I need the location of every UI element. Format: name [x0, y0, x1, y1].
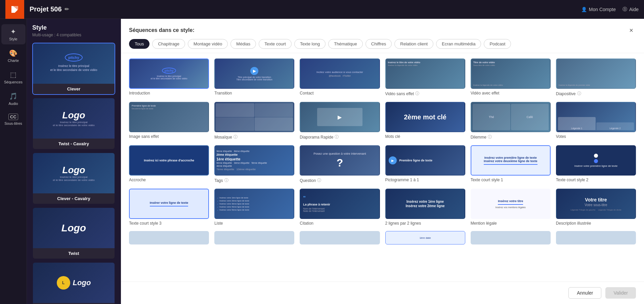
cancel-button[interactable]: Annuler [568, 287, 601, 299]
info-icon-dilemme: ⓘ [488, 134, 492, 140]
sequence-contact[interactable]: Incitez votre audience à vous contacter … [300, 59, 380, 97]
logo-icon [10, 4, 20, 14]
sequence-dilemme[interactable]: Thé Café Dilemme ⓘ [471, 102, 551, 140]
info-icon-diaporama: ⓘ [335, 134, 339, 140]
sequence-introduction-label: Introduction [129, 91, 209, 96]
sequences-footer: Annuler Valider [121, 281, 644, 304]
sequence-description-illustree[interactable]: Votre titre Votre sous-titre Légende Tri… [556, 189, 636, 226]
sidebar-item-sequences[interactable]: ⬚ Séquences [1, 67, 26, 87]
sequence-extra-3[interactable] [300, 231, 380, 244]
sequence-tags[interactable]: 9ème étiquette 8ème étiquette 2ème étiqu… [214, 145, 294, 183]
filter-tab-montage[interactable]: Montage vidéo [188, 39, 228, 49]
style-card-logo-twist-cavalry[interactable]: L Logo Logo Twist Cavalry [32, 262, 115, 304]
sequence-video-avec-effet[interactable]: Titre de votre vidéo Sous-titre de votre… [471, 59, 551, 97]
sequence-votes-label: Votes [556, 134, 636, 139]
filter-tab-tous[interactable]: Tous [129, 39, 149, 49]
sequence-mosaique-label: Mosaïque ⓘ [214, 134, 294, 140]
sequence-texte-court-3[interactable]: Insérer votre ligne de texte Texte court… [129, 189, 209, 226]
style-panel: Style Multi-usage : 4 compatibles pitchy… [27, 19, 121, 304]
sequence-mention-legale-label: Mention légale [471, 221, 551, 226]
sequences-panel: Séquences dans ce style: × Tous Chapitra… [121, 19, 644, 304]
validate-button[interactable]: Valider [605, 287, 636, 299]
filter-tab-podcast[interactable]: Podcast [484, 39, 511, 49]
sequence-citation[interactable]: " La phrase à retenir Nom de l'intervena… [300, 189, 380, 226]
sequence-votes[interactable]: Légende 1 Légende 2 Votes [556, 102, 636, 140]
sequence-mosaique[interactable]: Mosaïque ⓘ [214, 102, 294, 140]
sous-titres-icon: CC [8, 114, 18, 120]
sequence-transition[interactable]: ▶ Titre principal de votre transitionTit… [214, 59, 294, 97]
filter-tab-medias[interactable]: Médias [230, 39, 256, 49]
sequence-video-avec-effet-label: Vidéo avec effet [471, 91, 551, 96]
filter-tabs: Tous Chapitrage Montage vidéo Médias Tex… [121, 35, 644, 53]
sequence-accroche[interactable]: Insérez ici votre phrase d'accroche Accr… [129, 145, 209, 183]
sequence-image-sans-effet-label: Image sans effet [129, 134, 209, 139]
app-logo[interactable] [5, 0, 24, 19]
sequence-2-lignes-label: 2 lignes par 2 lignes [385, 221, 465, 226]
sequence-image-sans-effet[interactable]: Première ligne de texte Deuxième ligne d… [129, 102, 209, 140]
sequences-icon: ⬚ [10, 71, 16, 79]
sequence-diaporama-rapide-label: Diaporama Rapide ⓘ [300, 134, 380, 140]
charte-icon: 🎨 [9, 49, 17, 57]
sequence-texte-court-1-label: Texte court style 1 [471, 178, 551, 182]
sequence-description-illustree-label: Description illustrée [556, 221, 636, 226]
sequence-question[interactable]: Posez une question à votre intervenant ?… [300, 145, 380, 183]
sequence-question-label: Question ⓘ [300, 178, 380, 183]
sequence-diapositive[interactable]: Insérez la légende du premier slide Diap… [556, 59, 636, 97]
sequences-panel-title: Séquences dans ce style: [129, 27, 195, 33]
audio-icon: 🎵 [9, 92, 17, 100]
sidebar-item-audio[interactable]: 🎵 Audio [1, 89, 26, 109]
sequence-extra-4[interactable]: 1ère date [385, 231, 465, 244]
edit-title-icon[interactable]: ✏ [65, 6, 69, 12]
sequence-liste[interactable]: ✓ Insérez votre 1ère ligne de texte ✓ In… [214, 189, 294, 226]
info-icon-diapositive: ⓘ [577, 91, 581, 97]
sidebar-item-style[interactable]: ✦ Style [1, 24, 26, 44]
filter-tab-ecran[interactable]: Ecran multimédia [436, 39, 481, 49]
sidebar-item-sous-titres[interactable]: CC Sous-titres [1, 110, 26, 129]
sequence-pictogramme-label: Pictogramme 1 à 1 [385, 178, 465, 182]
filter-tab-relation[interactable]: Relation client [394, 39, 433, 49]
sequence-video-sans-effet[interactable]: Insérez le titre de votre vidéo Insérez … [385, 59, 465, 97]
style-card-twist-cavalry-thumb: Logo Insérez le titre principalet le tit… [33, 98, 115, 139]
sequence-diaporama-rapide[interactable]: ▶ Diaporama Rapide ⓘ [300, 102, 380, 140]
style-card-twist-cavalry-label: Twist - Cavalry [33, 139, 115, 149]
sequence-extra-5[interactable] [471, 231, 551, 244]
info-icon-video-sans-effet: ⓘ [415, 91, 419, 97]
sequence-extra-6[interactable] [556, 231, 636, 244]
style-card-clever-label: Clever [33, 84, 115, 94]
close-button[interactable]: × [627, 26, 636, 35]
style-card-clever-cavalry-label: Clever - Cavalry [33, 193, 115, 204]
style-card-twist-cavalry[interactable]: Logo Insérez le titre principalet le tit… [32, 98, 115, 150]
info-icon-tags: ⓘ [224, 178, 228, 183]
sidebar-item-charte[interactable]: 🎨 Charte [1, 46, 26, 66]
filter-tab-chiffres[interactable]: Chiffres [366, 39, 392, 49]
style-card-twist-thumb: Logo [33, 208, 115, 248]
help-icon: ⓪ [622, 6, 627, 12]
sequence-texte-court-1[interactable]: Insérez votre première ligne de texteIns… [471, 145, 551, 183]
main-layout: ✦ Style 🎨 Charte ⬚ Séquences 🎵 Audio CC … [0, 19, 644, 304]
filter-tab-texte-long[interactable]: Texte long [294, 39, 326, 49]
sequence-citation-label: Citation [300, 221, 380, 226]
style-card-clever-cavalry[interactable]: Logo Insérez le titre principalet le tit… [32, 152, 115, 204]
sequence-extra-2[interactable] [214, 231, 294, 244]
info-icon-mosaique: ⓘ [233, 134, 238, 140]
filter-tab-thematique[interactable]: Thématique [328, 39, 363, 49]
filter-tab-chapitrage[interactable]: Chapitrage [152, 39, 185, 49]
info-icon-question: ⓘ [317, 178, 321, 183]
sequence-mots-cle[interactable]: 2ème mot clé Mots clé [385, 102, 465, 140]
sequence-texte-court-2[interactable]: Insérer votre première ligne de texte Te… [556, 145, 636, 183]
filter-tab-texte-court[interactable]: Texte court [259, 39, 292, 49]
sequence-mention-legale[interactable]: Insérez votre titre Insérez vos mentions… [471, 189, 551, 226]
style-card-clever[interactable]: pitchy Insérez le titre principalet le t… [32, 43, 115, 95]
help-button[interactable]: ⓪ Aide [622, 6, 639, 12]
sequence-introduction[interactable]: pitchy Insérez le titre principalet le t… [129, 59, 209, 97]
style-card-twist[interactable]: Logo Twist [32, 207, 115, 259]
sequence-2-lignes[interactable]: Insérez votre 1ère ligne Insérez votre 2… [385, 189, 465, 226]
sequence-pictogramme[interactable]: ▶ Première ligne de texte Pictogramme 1 … [385, 145, 465, 183]
sequence-tags-label: Tags ⓘ [214, 178, 294, 183]
sequence-extra-1[interactable] [129, 231, 209, 244]
account-button[interactable]: 👤 Mon Compte [581, 7, 616, 12]
sequence-dilemme-label: Dilemme ⓘ [471, 134, 551, 140]
project-title: Projet 506 ✏ [30, 5, 69, 13]
style-card-logo-twist-cavalry-thumb: L Logo [33, 263, 115, 303]
sequence-texte-court-3-label: Texte court style 3 [129, 221, 209, 226]
